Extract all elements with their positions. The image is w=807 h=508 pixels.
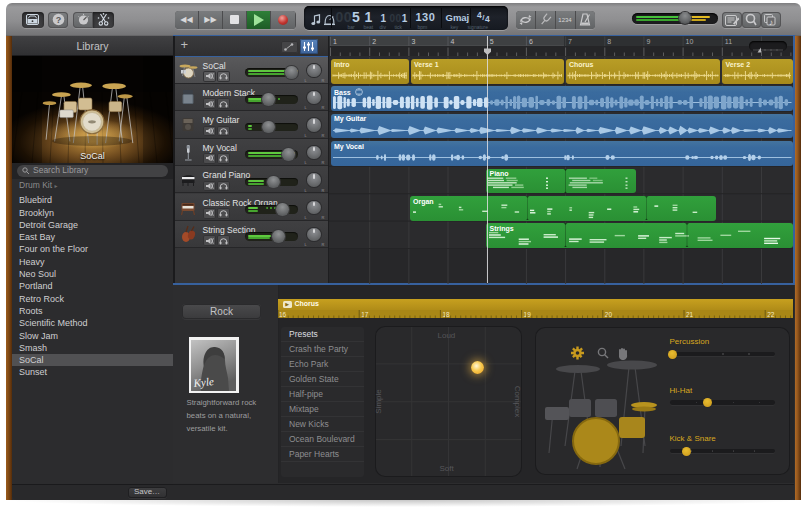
svg-text:4: 4 [451, 38, 455, 45]
svg-text:♪: ♪ [769, 17, 773, 26]
svg-text:7: 7 [568, 38, 572, 45]
svg-text:1: 1 [333, 38, 337, 45]
svg-text:22: 22 [767, 311, 775, 318]
svg-text:5: 5 [490, 38, 494, 45]
svg-text:2: 2 [372, 38, 376, 45]
svg-text:11: 11 [725, 38, 732, 45]
svg-text:9: 9 [646, 38, 650, 45]
svg-text:6: 6 [529, 38, 533, 45]
svg-text:16: 16 [279, 311, 287, 318]
svg-text:21: 21 [686, 311, 694, 318]
svg-text:8: 8 [607, 38, 611, 45]
svg-text:Kyle: Kyle [192, 374, 214, 388]
svg-text:?: ? [55, 15, 61, 25]
svg-text:18: 18 [442, 311, 450, 318]
svg-text:3: 3 [411, 38, 415, 45]
svg-text:19: 19 [523, 311, 531, 318]
svg-text:20: 20 [604, 311, 612, 318]
svg-text:17: 17 [361, 311, 369, 318]
svg-text:10: 10 [686, 38, 694, 45]
